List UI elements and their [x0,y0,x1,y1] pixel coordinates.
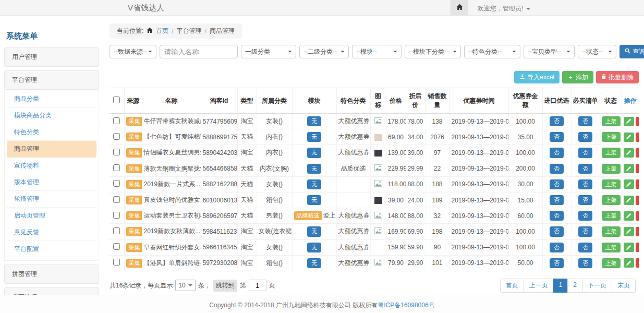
sidebar-item-product-management[interactable]: 商品管理 [7,141,96,158]
row-checkbox[interactable] [113,117,120,124]
home-button[interactable] [451,0,468,16]
jump-to-button[interactable]: 跳转到 [213,280,237,292]
status-toggle[interactable]: 上架 [602,148,621,158]
row-checkbox[interactable] [113,133,120,140]
filter-data-source-select[interactable]: --数据来源-- [110,45,156,58]
select-all-checkbox[interactable] [113,97,120,103]
sidebar-item-module-product-category[interactable]: 模块商品分类 [7,107,96,124]
filter-status-select[interactable]: --状态-- [578,45,616,58]
filter-module-select[interactable]: --模块-- [352,45,402,58]
row-checkbox[interactable] [113,259,120,266]
sidebar-group-users[interactable]: 用户管理 [4,47,99,67]
import-excel-button[interactable]: 导入excel [514,71,560,83]
sidebar-item-feature-category[interactable]: 特色分类 [7,124,96,141]
status-toggle[interactable]: 上架 [602,211,621,221]
must-buy-toggle[interactable]: 否 [578,195,592,205]
sidebar-group-platform[interactable]: 平台管理 [4,70,99,90]
filter-module-subcategory-select[interactable]: --模块下分类-- [405,45,461,58]
sidebar-item-promo-material[interactable]: 宣传物料 [7,158,96,174]
status-toggle[interactable]: 上架 [602,132,621,142]
pager-page-2[interactable]: 2 [567,279,582,293]
delete-button[interactable] [636,148,639,158]
row-checkbox[interactable] [113,227,120,234]
edit-button[interactable] [624,258,634,268]
import-pick-toggle[interactable]: 否 [550,226,564,236]
sidebar-item-carousel-management[interactable]: 轮播管理 [7,191,96,208]
must-buy-toggle[interactable]: 否 [578,226,592,236]
name-search-input[interactable] [160,45,238,58]
row-checkbox[interactable] [113,243,120,250]
must-buy-toggle[interactable]: 否 [578,179,592,189]
sidebar-item-product-category[interactable]: 商品分类 [7,91,96,107]
delete-button[interactable] [636,243,639,252]
status-toggle[interactable]: 上架 [602,164,621,174]
icp-link[interactable]: 粤ICP备16098006号 [378,302,434,309]
import-pick-toggle[interactable]: 否 [550,195,564,205]
edit-button[interactable] [624,196,634,205]
user-menu[interactable]: 欢迎您，管理员! [478,4,530,13]
edit-button[interactable] [624,243,634,252]
sidebar-group-groupbuy[interactable]: 拼团管理 [4,264,99,284]
delete-button[interactable] [636,164,639,173]
import-pick-toggle[interactable]: 否 [550,211,564,221]
row-checkbox[interactable] [113,149,120,155]
jump-page-input[interactable] [249,280,266,291]
delete-button[interactable] [636,133,639,142]
pager-last[interactable]: 末页 [612,279,636,293]
page-size-select[interactable]: 10 [175,280,195,291]
must-buy-toggle[interactable]: 否 [578,258,592,268]
row-checkbox[interactable] [113,212,120,219]
edit-button[interactable] [624,211,634,221]
edit-button[interactable] [624,148,634,158]
batch-delete-button[interactable]: 批量删除 [596,71,639,83]
must-buy-toggle[interactable]: 否 [578,243,592,252]
must-buy-toggle[interactable]: 否 [578,164,592,174]
sidebar-item-version-management[interactable]: 版本管理 [7,174,96,191]
status-toggle[interactable]: 上架 [602,179,621,189]
pager-first[interactable]: 首页 [500,279,524,293]
edit-button[interactable] [624,179,634,189]
sidebar-item-platform-config[interactable]: 平台配置 [7,241,96,257]
row-checkbox[interactable] [113,180,120,187]
status-toggle[interactable]: 上架 [602,258,621,268]
must-buy-toggle[interactable]: 否 [578,132,592,142]
row-checkbox[interactable] [113,196,120,203]
edit-button[interactable] [624,164,634,173]
status-toggle[interactable]: 上架 [602,226,621,236]
edit-button[interactable] [624,227,634,236]
edit-button[interactable] [624,117,634,126]
status-toggle[interactable]: 上架 [602,243,621,252]
filter-feature-category-select[interactable]: --特色分类-- [464,45,520,58]
query-button[interactable]: 查询 [619,45,644,58]
filter-item-type-select[interactable]: --宝贝类型-- [524,45,575,58]
must-buy-toggle[interactable]: 否 [578,148,592,158]
breadcrumb-home-link[interactable]: 首页 [156,27,168,35]
status-toggle[interactable]: 上架 [602,195,621,205]
delete-button[interactable] [636,179,639,189]
delete-button[interactable] [636,211,639,221]
import-pick-toggle[interactable]: 否 [550,179,564,189]
delete-button[interactable] [636,258,639,268]
import-pick-toggle[interactable]: 否 [550,164,564,174]
pager-next[interactable]: 下一页 [582,279,612,293]
add-button[interactable]: ＋ 添加 [562,71,593,83]
sidebar-item-splash-management[interactable]: 启动页管理 [7,208,96,224]
row-checkbox[interactable] [113,164,120,171]
filter-level1-category-select[interactable]: 一级分类 [241,45,296,58]
sidebar-item-feedback[interactable]: 意见反馈 [7,224,96,241]
pager-page-1[interactable]: 1 [553,279,568,293]
import-pick-toggle[interactable]: 否 [550,132,564,142]
import-pick-toggle[interactable]: 否 [550,243,564,252]
import-pick-toggle[interactable]: 否 [550,116,564,126]
must-buy-toggle[interactable]: 否 [578,211,592,221]
import-pick-toggle[interactable]: 否 [550,148,564,158]
edit-button[interactable] [624,133,634,142]
import-pick-toggle[interactable]: 否 [550,258,564,268]
must-buy-toggle[interactable]: 否 [578,116,592,126]
pager-prev[interactable]: 上一页 [524,279,554,293]
filter-level2-category-select[interactable]: --二级分类-- [299,45,349,58]
delete-button[interactable] [636,117,639,126]
delete-button[interactable] [636,227,639,236]
status-toggle[interactable]: 上架 [602,116,621,126]
delete-button[interactable] [636,196,639,205]
